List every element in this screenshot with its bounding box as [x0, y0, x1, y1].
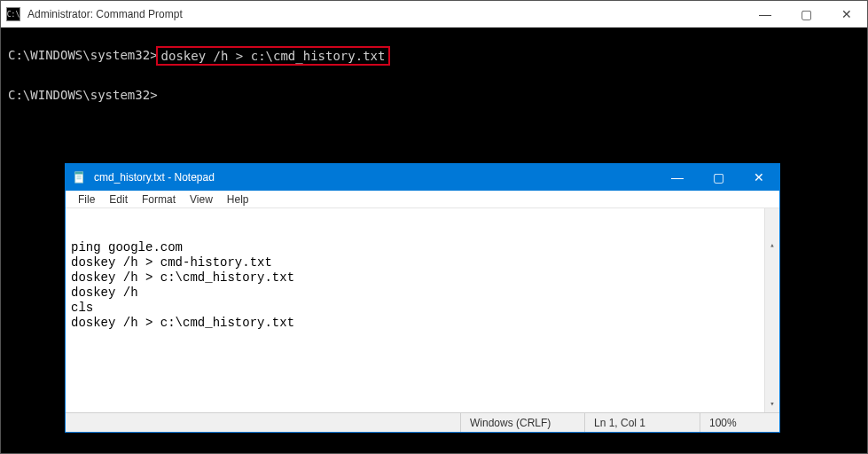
text-line: ping google.com — [71, 240, 774, 255]
scroll-down-arrow-icon[interactable]: ▾ — [765, 397, 779, 412]
text-line: doskey /h — [71, 286, 774, 301]
menu-help[interactable]: Help — [220, 192, 256, 207]
text-line: doskey /h > cmd-history.txt — [71, 255, 774, 270]
scroll-up-arrow-icon[interactable]: ▴ — [765, 239, 779, 254]
close-button[interactable]: ✕ — [826, 1, 867, 27]
text-line: doskey /h > c:\cmd_history.txt — [71, 316, 774, 331]
svg-rect-1 — [75, 172, 83, 175]
cmd-line-2: C:\WINDOWS\system32> — [8, 85, 860, 105]
vertical-scrollbar[interactable]: ▴ ▾ — [764, 208, 779, 412]
menu-file[interactable]: File — [71, 192, 102, 207]
minimize-button[interactable]: — — [657, 164, 698, 191]
status-spacer — [66, 413, 460, 432]
cmd-title: Administrator: Command Prompt — [27, 8, 745, 20]
notepad-window: cmd_history.txt - Notepad — ▢ ✕ File Edi… — [65, 163, 780, 433]
minimize-button[interactable]: — — [745, 1, 786, 27]
notepad-menubar: File Edit Format View Help — [66, 191, 779, 208]
close-button[interactable]: ✕ — [739, 164, 779, 191]
cmd-titlebar[interactable]: C:\ Administrator: Command Prompt — ▢ ✕ — [1, 1, 867, 27]
notepad-window-controls: — ▢ ✕ — [657, 164, 779, 191]
status-position: Ln 1, Col 1 — [584, 413, 700, 432]
text-line: cls — [71, 301, 774, 316]
cmd-blank-line — [8, 66, 860, 85]
notepad-icon — [73, 170, 87, 184]
highlighted-command: doskey /h > c:\cmd_history.txt — [156, 46, 391, 66]
notepad-titlebar[interactable]: cmd_history.txt - Notepad — ▢ ✕ — [66, 164, 779, 191]
cmd-window-controls: — ▢ ✕ — [745, 1, 867, 27]
maximize-button[interactable]: ▢ — [698, 164, 739, 191]
cmd-terminal-area[interactable]: C:\WINDOWS\system32>doskey /h > c:\cmd_h… — [1, 27, 867, 105]
cmd-icon: C:\ — [6, 7, 20, 21]
maximize-button[interactable]: ▢ — [786, 1, 826, 27]
notepad-statusbar: Windows (CRLF) Ln 1, Col 1 100% — [66, 412, 779, 432]
notepad-title: cmd_history.txt - Notepad — [94, 171, 657, 184]
menu-edit[interactable]: Edit — [102, 192, 135, 207]
status-encoding: Windows (CRLF) — [460, 413, 584, 432]
cmd-line-1: C:\WINDOWS\system32>doskey /h > c:\cmd_h… — [8, 45, 860, 66]
cmd-prompt: C:\WINDOWS\system32> — [8, 48, 158, 62]
menu-view[interactable]: View — [183, 192, 220, 207]
text-line: doskey /h > c:\cmd_history.txt — [71, 270, 774, 286]
status-zoom: 100% — [700, 413, 779, 432]
menu-format[interactable]: Format — [135, 192, 183, 207]
notepad-text-area[interactable]: ping google.comdoskey /h > cmd-history.t… — [66, 208, 779, 412]
